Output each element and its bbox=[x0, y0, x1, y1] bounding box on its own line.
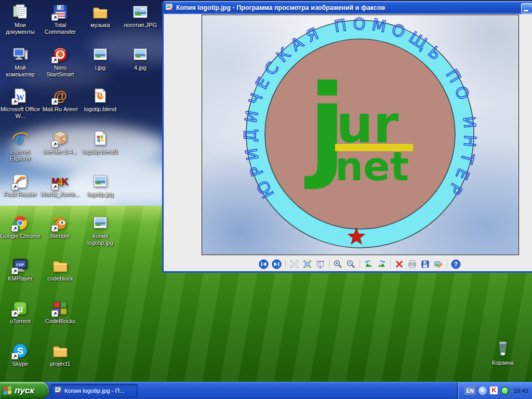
image-file-icon bbox=[91, 172, 109, 190]
desktop-icon-codeblocks[interactable]: CodeBlocks bbox=[40, 299, 81, 325]
desktop-icon-my-computer[interactable]: Мой компьютер bbox=[0, 46, 41, 78]
previous-image-button[interactable] bbox=[258, 259, 270, 269]
help-button[interactable]: ? bbox=[450, 259, 462, 269]
shortcut-arrow-icon bbox=[51, 310, 58, 317]
viewer-app-icon bbox=[165, 3, 174, 13]
icon-label: Internet Explorer bbox=[0, 149, 41, 162]
desktop-icon-logotip-blend1[interactable]: logotip.blend1 bbox=[80, 130, 121, 155]
blend-file-icon bbox=[91, 87, 109, 105]
save-button[interactable] bbox=[419, 259, 431, 269]
taskbar-task-button[interactable]: Копия logotip.jpg - П... bbox=[51, 384, 138, 397]
icon-label: KMPlayer bbox=[8, 275, 33, 282]
taskbar: пуск Копия logotip.jpg - П... EN < K @ 1… bbox=[0, 382, 532, 399]
icon-label: uTorrent bbox=[10, 318, 31, 325]
delete-button[interactable] bbox=[393, 259, 405, 269]
icon-label: Nero StartSmart bbox=[40, 64, 81, 78]
desktop-icon-skype[interactable]: S Skype bbox=[0, 342, 41, 367]
desktop-icon-muzyka-folder[interactable]: музыка bbox=[80, 3, 121, 29]
logo-letters-net: net bbox=[335, 143, 409, 190]
desktop-icon-kmplayer[interactable]: KMP KMPlayer bbox=[0, 257, 41, 282]
google-chrome-icon bbox=[11, 214, 29, 232]
toolbar-separator bbox=[329, 260, 329, 268]
shortcut-arrow-icon bbox=[51, 225, 58, 232]
desktop-icon-logotip-jpg-caps[interactable]: логотип.JPG bbox=[120, 3, 161, 29]
title-bar[interactable]: Копия logotip.jpg - Программа просмотра … bbox=[162, 1, 532, 14]
internet-explorer-icon: e bbox=[11, 130, 29, 148]
viewer-toolbar: ? bbox=[164, 257, 532, 271]
desktop-icon-blender-installer[interactable]: blender-2.4... bbox=[40, 130, 81, 155]
next-image-button[interactable] bbox=[271, 259, 283, 269]
icon-label: blender-2.4... bbox=[44, 149, 77, 155]
word-document-icon: W bbox=[11, 87, 29, 105]
icon-label: logotip.blend bbox=[84, 106, 116, 113]
icon-label: Skype bbox=[12, 361, 29, 367]
desktop-icon-blender[interactable]: Blender bbox=[40, 214, 81, 240]
best-fit-button[interactable] bbox=[288, 259, 300, 269]
shortcut-arrow-icon bbox=[11, 310, 18, 317]
image-file-icon bbox=[131, 3, 149, 21]
shortcut-arrow-icon bbox=[11, 353, 18, 360]
desktop-icon-my-documents[interactable]: Мои документы bbox=[0, 3, 41, 35]
folder-icon bbox=[51, 342, 69, 360]
desktop-icon-logotip-jpg[interactable]: logotip.jpg bbox=[80, 172, 121, 198]
minimize-button[interactable] bbox=[521, 3, 532, 14]
folder-icon bbox=[51, 257, 69, 274]
edit-button[interactable] bbox=[432, 259, 444, 269]
kaspersky-tray-icon[interactable]: K bbox=[490, 387, 498, 394]
installer-box-icon bbox=[51, 130, 69, 148]
shortcut-arrow-icon bbox=[11, 183, 18, 190]
rotate-counterclockwise-button[interactable] bbox=[363, 259, 375, 269]
actual-size-button[interactable] bbox=[301, 259, 313, 269]
zoom-in-button[interactable] bbox=[332, 259, 344, 269]
desktop-icon-google-chrome[interactable]: Google Chrome bbox=[0, 214, 41, 240]
desktop-icon-mailru-agent[interactable]: @ Mail.Ru Агент bbox=[40, 87, 81, 113]
codeblocks-icon bbox=[51, 299, 69, 317]
language-indicator[interactable]: EN bbox=[464, 386, 475, 395]
desktop-icon-kopiya-logotip-jpg[interactable]: Копия logotip.jpg bbox=[80, 214, 121, 246]
desktop-icon-internet-explorer[interactable]: e Internet Explorer bbox=[0, 130, 41, 162]
svg-text:KMP: KMP bbox=[16, 263, 24, 267]
desktop-icon-nero-startsmart[interactable]: Nero StartSmart bbox=[40, 46, 81, 78]
print-button[interactable] bbox=[406, 259, 418, 269]
slideshow-button[interactable] bbox=[314, 259, 326, 269]
skype-icon: S bbox=[11, 342, 29, 360]
icon-label: Total Commander bbox=[40, 22, 81, 35]
foxit-reader-icon bbox=[11, 172, 29, 190]
image-file-icon bbox=[91, 214, 109, 232]
toolbar-separator bbox=[360, 260, 360, 268]
rotate-clockwise-button[interactable] bbox=[376, 259, 388, 269]
desktop-icon-project1-folder[interactable]: project1 bbox=[40, 342, 81, 367]
desktop-icon-total-commander[interactable]: Total Commander bbox=[40, 3, 81, 35]
desktop-icon-logotip-blend[interactable]: logotip.blend bbox=[80, 87, 121, 113]
shortcut-arrow-icon bbox=[51, 14, 58, 21]
start-button[interactable]: пуск bbox=[0, 382, 49, 399]
icon-label: Корзина bbox=[492, 360, 514, 366]
desktop-icon-recycle-bin[interactable]: Корзина bbox=[483, 339, 523, 366]
tray-collapse-chevron-icon[interactable]: < bbox=[478, 387, 487, 395]
icon-label: Мой компьютер bbox=[0, 64, 41, 78]
icon-label: Мои документы bbox=[0, 22, 41, 35]
mailru-agent-tray-icon[interactable]: @ bbox=[501, 387, 509, 395]
jurnet-logo: ЮРИДИЧЕСКАЯ ПОМОЩЬ ПО ИНТЕРНЕТУ j ur net bbox=[202, 15, 518, 255]
recycle-bin-icon bbox=[494, 339, 512, 358]
toolbar-separator bbox=[447, 260, 447, 268]
shortcut-arrow-icon bbox=[51, 57, 58, 63]
desktop-icon-utorrent[interactable]: µ uTorrent bbox=[0, 299, 41, 325]
icon-label: 4.jpg bbox=[134, 64, 147, 71]
windows-flag-icon bbox=[4, 386, 11, 395]
desktop-icon-codeblock-folder[interactable]: codeblock bbox=[40, 257, 81, 282]
taskbar-clock[interactable]: 18:43 bbox=[513, 388, 528, 394]
desktop-icon-i-jpg[interactable]: i.jpg bbox=[80, 46, 121, 71]
blender-icon bbox=[51, 214, 69, 232]
desktop-icon-mortal-kombat[interactable]: M K 4 Mortal_Komb... bbox=[40, 172, 81, 198]
utorrent-icon: µ bbox=[11, 299, 29, 317]
icon-label: project1 bbox=[50, 361, 70, 367]
icon-label: i.jpg bbox=[95, 64, 105, 71]
shortcut-arrow-icon bbox=[51, 183, 58, 190]
desktop-icon-4-jpg[interactable]: 4.jpg bbox=[120, 46, 161, 71]
toolbar-separator bbox=[390, 260, 391, 268]
desktop-icon-microsoft-office-word[interactable]: W Microsoft Office W... bbox=[0, 87, 41, 119]
desktop-icon-foxit-reader[interactable]: Foxit Reader bbox=[0, 172, 41, 198]
icon-label: CodeBlocks bbox=[45, 318, 76, 325]
zoom-out-button[interactable] bbox=[345, 259, 357, 269]
